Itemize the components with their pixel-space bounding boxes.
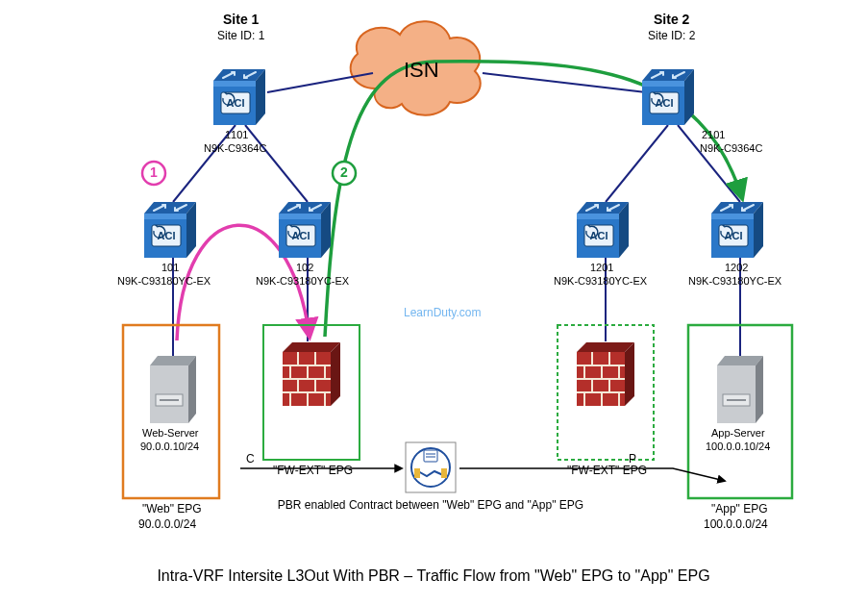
spine-left: [213, 69, 265, 125]
site1-id: Site ID: 1: [217, 29, 264, 42]
spine-right: [642, 69, 694, 125]
watermark: LearnDuty.com: [404, 306, 481, 319]
epg-app-name: "App" EPG: [711, 502, 768, 516]
leaf-l1-model: N9K-C93180YC-EX: [117, 275, 211, 287]
leaf-l1: [144, 202, 196, 258]
figure-caption: Intra-VRF Intersite L3Out With PBR – Tra…: [20, 567, 847, 585]
spine-l-num: 1101: [225, 129, 248, 140]
app-server-icon: [717, 356, 763, 423]
leaf-r2: [711, 202, 763, 258]
epg-web-name: "Web" EPG: [142, 502, 202, 516]
badge-1-text: 1: [150, 164, 158, 180]
web-server-ip: 90.0.0.10/24: [140, 440, 199, 452]
epg-fwext-l-name: "FW-EXT" EPG: [273, 464, 353, 477]
epg-fwext-r-name: "FW-EXT" EPG: [567, 464, 647, 477]
svg-line-35: [245, 125, 308, 202]
leaf-l2-num: 102: [296, 262, 313, 273]
site2-name: Site 2: [654, 12, 689, 27]
leaf-r1: [577, 202, 629, 258]
leaf-l2-model: N9K-C93180YC-EX: [256, 275, 349, 287]
web-server-icon: [150, 356, 196, 423]
leaf-r2-num: 1202: [725, 262, 748, 273]
site2-id: Site ID: 2: [648, 29, 695, 42]
epg-web-subnet: 90.0.0.0/24: [138, 517, 196, 531]
app-server-ip: 100.0.0.10/24: [706, 440, 770, 452]
leaf-r2-model: N9K-C93180YC-EX: [688, 275, 781, 287]
leaf-l1-num: 101: [161, 262, 179, 273]
contract-c: C: [246, 452, 255, 466]
leaf-r1-num: 1201: [590, 262, 613, 273]
firewall-right: [577, 342, 634, 406]
contract-p: P: [629, 452, 636, 466]
firewall-left: [283, 342, 340, 406]
epg-app-subnet: 100.0.0.0/24: [704, 517, 768, 531]
contract-icon: [406, 442, 456, 492]
spine-r-num: 2101: [702, 129, 725, 140]
web-server-name: Web-Server: [142, 427, 198, 439]
contract-caption: PBR enabled Contract between "Web" EPG a…: [277, 498, 584, 512]
spine-l-model: N9K-C9364C: [204, 142, 266, 154]
isn-label: ISN: [404, 58, 439, 83]
badge-2-text: 2: [340, 164, 348, 180]
leaf-r1-model: N9K-C93180YC-EX: [554, 275, 647, 287]
spine-r-model: N9K-C9364C: [700, 142, 762, 154]
svg-line-36: [606, 125, 668, 202]
app-server-name: App-Server: [711, 427, 765, 439]
leaf-l2: [279, 202, 331, 258]
site1-name: Site 1: [223, 12, 259, 27]
